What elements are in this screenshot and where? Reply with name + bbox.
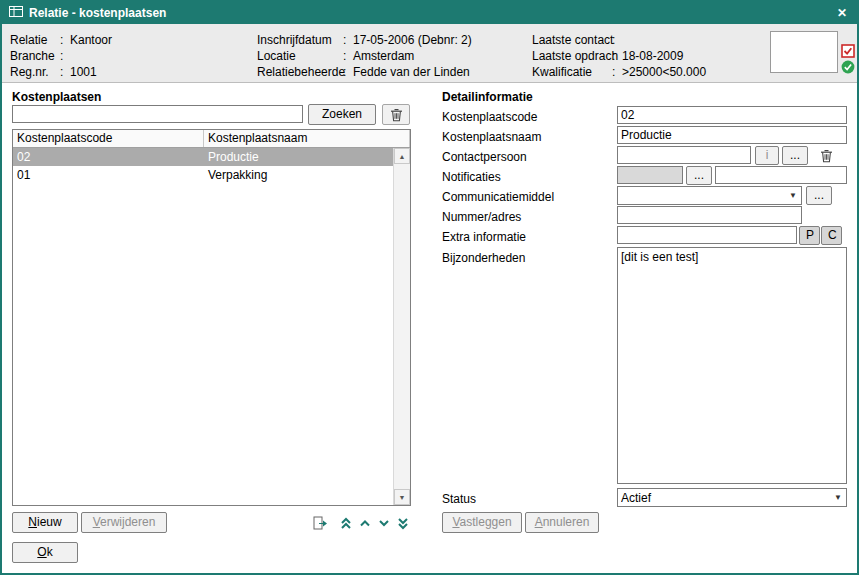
table-header-row: Kostenplaatscode Kostenplaatsnaam <box>13 130 410 148</box>
field-label: Relatiebeheerde <box>257 64 343 80</box>
red-check-flag-icon[interactable] <box>841 44 855 58</box>
vertical-scrollbar[interactable]: ▲ ▼ <box>393 148 410 505</box>
kostenplaatsen-table: Kostenplaatscode Kostenplaatsnaam 02 Pro… <box>12 129 411 506</box>
label-bijzonderheden: Bijzonderheden <box>442 249 525 267</box>
delete-search-trash-button[interactable] <box>382 104 410 125</box>
verwijderen-button-label: Verwijderen <box>88 514 160 531</box>
move-bottom-button[interactable] <box>393 512 413 534</box>
nieuw-button[interactable]: Nieuw <box>12 512 78 533</box>
kostenplaatsnaam-field[interactable] <box>617 126 847 144</box>
label-kostenplaatsnaam: Kostenplaatsnaam <box>442 128 541 146</box>
contactpersoon-info-button[interactable]: i <box>755 146 779 165</box>
field-value: >25000<50.000 <box>622 64 706 80</box>
field-label: Laatste opdrach <box>532 48 612 64</box>
separator: : <box>343 64 353 80</box>
cell-kostenplaatsnaam: Productie <box>204 148 393 166</box>
field-label: Relatie <box>10 32 60 48</box>
communicatiemiddel-browse-button[interactable]: ... <box>806 186 832 205</box>
move-to-document-button[interactable] <box>310 512 330 534</box>
nummer-adres-field[interactable] <box>617 206 802 224</box>
column-header-kostenplaatscode[interactable]: Kostenplaatscode <box>13 130 204 147</box>
label-notificaties: Notificaties <box>442 168 501 186</box>
double-chevron-down-icon <box>397 517 409 530</box>
separator: : <box>343 48 353 64</box>
field-label: Branche <box>10 48 60 64</box>
nieuw-button-label: Nieuw <box>19 514 71 531</box>
chevron-down-icon <box>378 518 390 528</box>
p-button-label: P <box>806 227 813 244</box>
browse-button-label: ... <box>789 147 801 164</box>
photo-placeholder <box>770 31 838 73</box>
move-down-button[interactable] <box>374 512 394 534</box>
window-title: Relatie - kostenplaatsen <box>29 6 166 20</box>
table-row[interactable]: 01 Verpakking <box>13 166 393 184</box>
kostenplaatscode-field[interactable] <box>617 106 847 124</box>
contactpersoon-clear-button[interactable] <box>813 145 839 166</box>
annuleren-button[interactable]: Annuleren <box>525 512 599 533</box>
communicatiemiddel-select-wrap: ▼ <box>617 186 802 205</box>
label-status: Status <box>442 490 476 508</box>
trash-icon <box>390 108 403 122</box>
relation-info-header: Relatie:Kantoor Branche: Reg.nr.:1001 In… <box>2 24 857 83</box>
separator: : <box>612 48 622 64</box>
separator: : <box>612 64 622 80</box>
status-select-wrap: Actief ▼ <box>617 488 847 507</box>
close-icon[interactable]: ✕ <box>834 6 850 20</box>
ok-button[interactable]: Ok <box>12 542 78 563</box>
field-label: Kwalificatie <box>532 64 612 80</box>
contactpersoon-browse-button[interactable]: ... <box>782 146 808 165</box>
chevron-up-icon <box>359 518 371 528</box>
table-row[interactable]: 02 Productie <box>13 148 393 166</box>
extra-informatie-p-button[interactable]: P <box>799 226 820 245</box>
section-title-kostenplaatsen: Kostenplaatsen <box>12 90 101 104</box>
window-grid-icon <box>9 6 23 20</box>
zoeken-button[interactable]: Zoeken <box>308 104 376 125</box>
field-label: Laatste contact <box>532 32 612 48</box>
scroll-up-icon[interactable]: ▲ <box>394 148 410 164</box>
titlebar: Relatie - kostenplaatsen ✕ <box>2 2 857 24</box>
move-up-button[interactable] <box>355 512 375 534</box>
field-label: Reg.nr. <box>10 64 60 80</box>
search-input[interactable] <box>12 105 303 123</box>
zoeken-button-label: Zoeken <box>315 106 369 123</box>
cell-kostenplaatscode: 02 <box>13 148 204 166</box>
vastleggen-button[interactable]: Vastleggen <box>442 512 522 533</box>
field-value: 17-05-2006 (Debnr: 2) <box>353 32 472 48</box>
extra-informatie-field[interactable] <box>617 226 797 244</box>
status-select[interactable]: Actief <box>617 488 847 507</box>
field-label: Locatie <box>257 48 343 64</box>
field-value: Kantoor <box>70 32 112 48</box>
separator: : <box>612 32 622 48</box>
info-button-label: i <box>762 147 772 164</box>
extra-informatie-c-button[interactable]: C <box>821 226 842 245</box>
bijzonderheden-textarea[interactable]: [dit is een test] <box>617 247 847 484</box>
browse-button-label: ... <box>813 187 825 204</box>
field-value: 18-08-2009 <box>622 48 683 64</box>
move-top-button[interactable] <box>336 512 356 534</box>
label-communicatiemiddel: Communicatiemiddel <box>442 188 554 206</box>
notificaties-browse-button[interactable]: ... <box>686 166 712 185</box>
header-column-2: Inschrijfdatum:17-05-2006 (Debnr: 2) Loc… <box>257 32 472 80</box>
browse-button-label: ... <box>693 167 705 184</box>
annuleren-button-label: Annuleren <box>532 514 592 531</box>
notificaties-field-1[interactable] <box>617 166 683 184</box>
communicatiemiddel-select[interactable] <box>617 186 802 205</box>
verwijderen-button[interactable]: Verwijderen <box>81 512 167 533</box>
field-value: Amsterdam <box>353 48 414 64</box>
separator: : <box>60 64 70 80</box>
document-arrow-icon <box>313 516 328 530</box>
label-kostenplaatscode: Kostenplaatscode <box>442 108 537 126</box>
cell-kostenplaatsnaam: Verpakking <box>204 166 393 184</box>
label-extra-informatie: Extra informatie <box>442 228 526 246</box>
field-value: Fedde van der Linden <box>353 64 470 80</box>
cell-kostenplaatscode: 01 <box>13 166 204 184</box>
green-check-icon[interactable] <box>841 60 855 74</box>
column-header-kostenplaatsnaam[interactable]: Kostenplaatsnaam <box>204 130 410 147</box>
contactpersoon-field[interactable] <box>617 146 751 164</box>
scroll-down-icon[interactable]: ▼ <box>394 489 410 505</box>
section-title-detailinformatie: Detailinformatie <box>442 90 533 104</box>
separator: : <box>60 48 70 64</box>
trash-icon <box>820 149 833 163</box>
ok-button-label: Ok <box>19 544 71 561</box>
notificaties-field-2[interactable] <box>715 166 847 184</box>
